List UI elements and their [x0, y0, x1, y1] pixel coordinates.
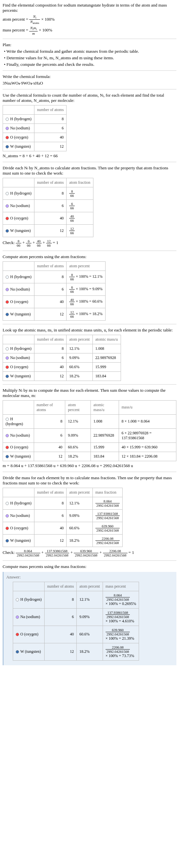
fraction: 137.938615682992.04261568 [106, 611, 130, 619]
th: atom percent [77, 582, 102, 591]
table-row: Na (sodium)69.09%22.989769286 × 22.98976… [3, 428, 176, 442]
th [3, 488, 34, 497]
th: number of atoms [34, 178, 66, 187]
element-color-icon [6, 514, 9, 518]
table-row: W (tungsten)1218.2%2206.082992.04261568 [3, 534, 123, 547]
divider [3, 560, 176, 561]
th: atom fraction [66, 178, 93, 187]
eq1-den-n: N [30, 20, 32, 24]
element-color-icon [6, 276, 9, 279]
fraction: 1266 [69, 310, 75, 318]
intro-eq2: mass percent = Nimim × 100% [3, 26, 176, 35]
divider [3, 251, 176, 251]
masspct-p1: Compute mass percents using the mass fra… [3, 564, 176, 569]
table-row: W (tungsten)121266 × 100% = 18.2% [3, 308, 106, 320]
fraction: 639.9602992.04261568 [106, 628, 130, 636]
th: mass percent [102, 582, 139, 591]
massu-table: number of atomsatom percentatomic mass/u… [3, 335, 121, 381]
th: number of atoms [44, 582, 77, 591]
table-row: W (tungsten)1218.2%183.8412 × 183.84 = 2… [3, 452, 176, 461]
plan-b2: • Determine values for Nᵢ, mᵢ, N_atoms a… [4, 55, 176, 61]
element-color-icon [6, 539, 9, 542]
element-color-icon [6, 313, 9, 316]
th [13, 582, 44, 591]
th: atom percent [66, 488, 92, 497]
divider [3, 70, 176, 71]
massfrac-p1: Divide the mass for each element by m to… [3, 475, 176, 486]
table-row: O (oxygen)4060.6%15.999 [3, 362, 121, 371]
th: atom percent [66, 261, 106, 271]
eq1-num-sub: i [35, 17, 36, 19]
massmul-sum: m = 8.064 u + 137.93861568 u + 639.960 u… [3, 463, 176, 468]
count-p1: Use the chemical formula to count the nu… [3, 93, 176, 103]
fraction: 2206.082992.04261568 [106, 645, 130, 653]
element-color-icon [6, 375, 9, 378]
table-row: H (hydrogen)812.1%8.0642992.04261568× 10… [13, 591, 139, 608]
element-color-icon [6, 417, 9, 421]
fraction: 666 [69, 285, 75, 293]
massfrac-table: number of atomsatom percentmass fraction… [3, 488, 123, 547]
fraction: 666 [26, 239, 31, 247]
table-row: Na (sodium)69.09%22.98976928 [3, 353, 121, 362]
element-color-icon [6, 205, 9, 208]
count-sum: N_atoms = 8 + 6 + 40 + 12 = 66 [3, 153, 176, 158]
atomfrac-check: Check: 866 + 666 + 4066 + 1266 = 1 [3, 239, 176, 247]
eq2-right: × 100% [38, 28, 52, 32]
table-row: W (tungsten)1218.2%183.84 [3, 371, 121, 381]
element-color-icon [6, 217, 9, 220]
fraction: 639.9602992.04261568 [74, 549, 98, 557]
table-row: W (tungsten)1218.2%2206.082992.04261568×… [13, 643, 139, 660]
fraction: 2206.082992.04261568 [95, 536, 120, 545]
divider [3, 384, 176, 384]
table-row: O (oxygen)4060.6%639.9602992.04261568× 1… [13, 626, 139, 643]
plan-b1: • Write the chemical formula and gather … [4, 49, 176, 54]
table-row: H (hydrogen)8866 × 100% = 12.1% [3, 271, 106, 283]
table-row: H (hydrogen)812.1%1.0088 × 1.008 = 8.064 [3, 414, 176, 428]
th: number of atoms [34, 488, 66, 497]
table-row: Na (sodium)6 [3, 123, 66, 133]
table-row: Na (sodium)69.09%137.938615682992.042615… [13, 608, 139, 626]
fraction: 8.0642992.04261568 [106, 593, 130, 601]
intro-eq1: atom percent = NiNatoms × 100% [3, 14, 176, 25]
element-color-icon [6, 527, 9, 530]
massmul-table: number of atomsatom percentatomic mass/u… [3, 400, 176, 461]
fraction: 866 [16, 239, 21, 247]
th [3, 105, 34, 114]
fraction: 8.0642992.04261568 [95, 499, 120, 507]
th: atomic mass/u [92, 335, 121, 344]
element-color-icon [6, 145, 9, 148]
eq2-num-n: N [30, 26, 32, 30]
divider [3, 324, 176, 324]
th [3, 178, 34, 187]
eq1-label: atom percent = [3, 17, 29, 22]
eq2-label: mass percent = [3, 28, 29, 32]
element-color-icon [6, 502, 9, 505]
atompct-p1: Compute atom percents using the atom fra… [3, 254, 176, 259]
element-color-icon [6, 446, 9, 449]
answer-h: Answer: [6, 575, 174, 580]
atompct-table: number of atomsatom percent H (hydrogen)… [3, 261, 106, 321]
massu-p1: Look up the atomic mass, mᵢ, in unified … [3, 328, 176, 333]
table-row: H (hydrogen)812.1%1.008 [3, 344, 121, 353]
th: atomic mass/u [91, 400, 119, 414]
fraction: 639.9602992.04261568 [95, 524, 120, 532]
document-body: Find the elemental composition for sodiu… [0, 0, 179, 668]
intro-p1: Find the elemental composition for sodiu… [3, 3, 176, 13]
formula-f: 3Na₂WO₄·9WO₃·xH₂O [3, 81, 176, 86]
fraction: 866 [69, 189, 75, 197]
formula-p1: Write the chemical formula: [3, 74, 176, 79]
element-color-icon [6, 347, 9, 350]
table-row: H (hydrogen)812.1%8.0642992.04261568 [3, 497, 123, 509]
th: mass/u [119, 400, 176, 414]
element-color-icon [16, 598, 19, 601]
count-table: number of atoms H (hydrogen)8Na (sodium)… [3, 105, 66, 151]
check-r: = 1 [127, 550, 134, 555]
atomfrac-table: number of atomsatom fraction H (hydrogen… [3, 178, 93, 237]
th: number of atoms [34, 105, 66, 114]
th [3, 400, 34, 414]
eq2-frac: Nimim [29, 26, 38, 35]
element-color-icon [6, 127, 9, 130]
fraction: 666 [69, 202, 75, 210]
eq1-den-sub: atoms [33, 22, 39, 25]
fraction: 8.0642992.04261568 [16, 549, 40, 557]
